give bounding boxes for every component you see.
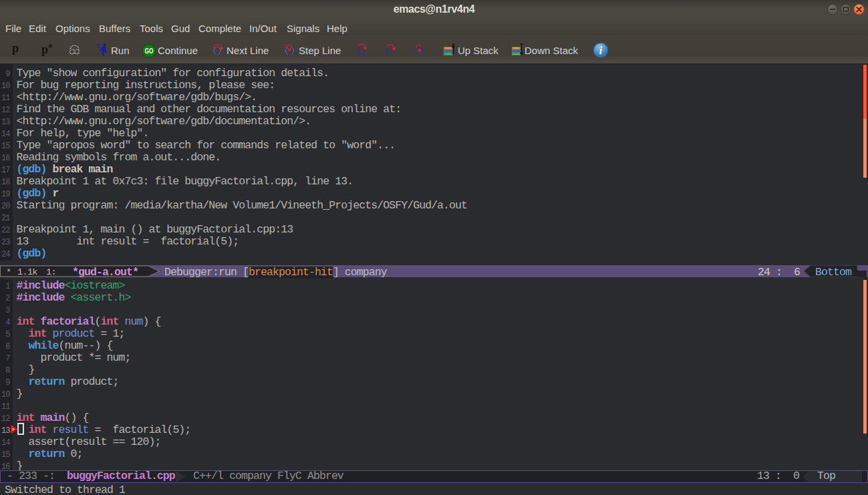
svg-text:GO: GO (145, 47, 154, 55)
svg-text:i: i (599, 45, 603, 56)
